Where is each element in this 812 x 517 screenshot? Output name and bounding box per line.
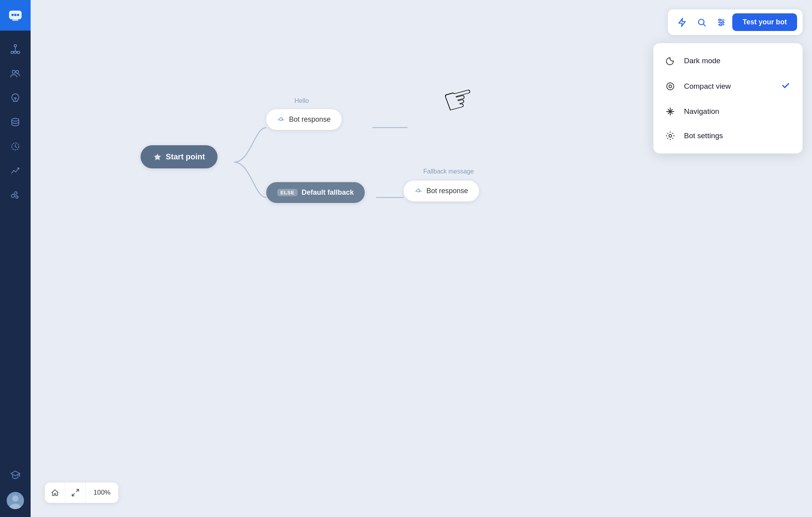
bot-response-hello-node[interactable]: Bot response (266, 109, 342, 130)
cursor-hand-overlay: ☞ (438, 75, 479, 123)
bot-response-fallback-label: Bot response (426, 187, 468, 195)
dropdown-menu: Dark mode Compact view Navigation (653, 43, 803, 153)
svg-line-26 (704, 24, 706, 26)
sidebar (0, 0, 31, 517)
start-point-label: Start point (166, 152, 205, 161)
svg-line-36 (76, 490, 78, 492)
svg-rect-5 (14, 45, 16, 47)
svg-point-33 (667, 83, 674, 90)
fallback-label: Default fallback (302, 188, 354, 197)
svg-point-25 (699, 19, 704, 25)
dropdown-bot-settings[interactable]: Bot settings (653, 124, 803, 148)
compact-view-label: Compact view (684, 82, 731, 91)
test-bot-button[interactable]: Test your bot (732, 13, 797, 31)
main-canvas: Start point Hello Bot response ELSE Defa… (31, 0, 812, 517)
dropdown-compact-view[interactable]: Compact view (653, 73, 803, 99)
svg-point-4 (17, 14, 19, 16)
svg-point-31 (722, 21, 724, 23)
svg-point-23 (12, 495, 18, 502)
svg-point-12 (16, 71, 19, 73)
avatar[interactable] (7, 492, 24, 509)
sidebar-item-ai[interactable] (5, 87, 26, 108)
sidebar-logo[interactable] (0, 0, 31, 31)
sidebar-bottom (5, 464, 26, 517)
dropdown-dark-mode[interactable]: Dark mode (653, 49, 803, 73)
bot-settings-label: Bot settings (684, 132, 723, 140)
toolbar: Test your bot (668, 9, 803, 35)
fit-screen-button[interactable] (65, 482, 86, 503)
svg-point-11 (12, 70, 15, 73)
svg-point-15 (12, 119, 19, 121)
svg-point-30 (719, 19, 721, 21)
svg-point-19 (15, 192, 17, 195)
svg-point-17 (11, 194, 15, 197)
svg-point-3 (14, 14, 16, 16)
hello-label: Hello (294, 97, 309, 104)
sidebar-item-analytics[interactable] (5, 160, 26, 181)
bot-response-hello-label: Bot response (289, 115, 331, 124)
compact-view-check (781, 80, 791, 92)
default-fallback-node[interactable]: ELSE Default fallback (266, 182, 365, 203)
sidebar-nav (5, 31, 26, 464)
home-zoom-button[interactable] (45, 482, 65, 503)
sidebar-item-org[interactable] (5, 38, 26, 60)
svg-point-35 (669, 135, 672, 137)
sidebar-item-database[interactable] (5, 111, 26, 133)
zoom-level-display: 100% (86, 482, 119, 503)
svg-point-2 (11, 14, 14, 16)
svg-rect-1 (12, 19, 18, 21)
bot-response-fallback-node[interactable]: Bot response (404, 181, 479, 201)
navigation-label: Navigation (684, 107, 719, 116)
dark-mode-label: Dark mode (684, 57, 721, 65)
sidebar-item-channels[interactable] (5, 185, 26, 206)
settings-sliders-button[interactable] (713, 14, 730, 31)
dropdown-navigation[interactable]: Navigation (653, 99, 803, 124)
lightning-button[interactable] (673, 14, 691, 31)
sidebar-item-academy[interactable] (5, 464, 26, 486)
start-point-node[interactable]: Start point (141, 145, 218, 168)
search-button[interactable] (693, 14, 710, 31)
fallback-message-label: Fallback message (423, 168, 474, 175)
svg-point-32 (720, 24, 722, 26)
else-badge: ELSE (277, 189, 298, 196)
svg-point-18 (16, 196, 18, 198)
svg-point-34 (669, 85, 672, 88)
sidebar-item-users[interactable] (5, 63, 26, 84)
zoom-controls: 100% (45, 482, 119, 503)
sidebar-item-history[interactable] (5, 136, 26, 157)
svg-line-37 (72, 493, 74, 496)
